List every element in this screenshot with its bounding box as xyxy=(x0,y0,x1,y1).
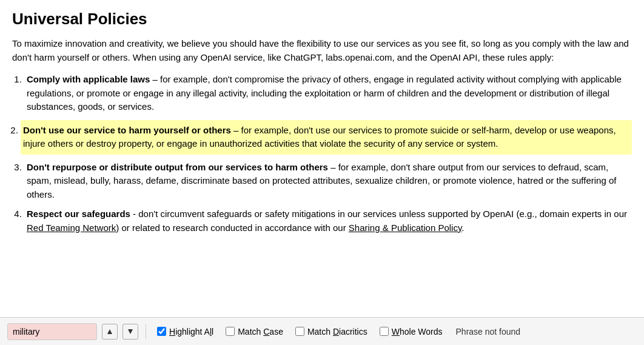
match-case-group[interactable]: Match Case xyxy=(226,327,283,337)
whole-words-group[interactable]: Whole Words xyxy=(380,327,443,337)
whole-words-label: Whole Words xyxy=(392,327,443,337)
content-area: Universal Policies To maximize innovatio… xyxy=(0,0,644,317)
list-item-separator: – xyxy=(231,125,241,135)
down-arrow-icon xyxy=(127,329,133,335)
list-item: Respect our safeguards - don't circumven… xyxy=(24,207,632,235)
search-input[interactable] xyxy=(7,323,97,340)
match-case-checkbox[interactable] xyxy=(226,327,235,336)
list-item: Comply with applicable laws – for exampl… xyxy=(24,73,632,114)
intro-paragraph: To maximize innovation and creativity, w… xyxy=(12,37,632,64)
sharing-policy-link[interactable]: Sharing & Publication Policy xyxy=(349,223,462,233)
match-diacritics-checkbox[interactable] xyxy=(295,327,304,336)
list-item: Don't repurpose or distribute output fro… xyxy=(24,161,632,202)
list-item-bold: Comply with applicable laws xyxy=(27,74,150,84)
list-item-end: . xyxy=(461,223,464,233)
list-item-separator: – xyxy=(150,74,160,84)
list-item: Don't use our service to harm yourself o… xyxy=(21,120,632,155)
whole-words-checkbox[interactable] xyxy=(380,327,389,336)
list-item-bold: Respect our safeguards xyxy=(27,209,130,219)
list-item-bold: Don't use our service to harm yourself o… xyxy=(23,125,231,135)
find-toolbar: Highlight All Match Case Match Diacritic… xyxy=(0,317,644,345)
match-diacritics-label: Match Diacritics xyxy=(307,327,367,337)
page-title: Universal Policies xyxy=(12,10,632,28)
svg-marker-1 xyxy=(128,329,133,334)
up-arrow-icon xyxy=(107,329,113,335)
policy-list: Comply with applicable laws – for exampl… xyxy=(24,73,632,235)
list-item-rest: don't circumvent safeguards or safety mi… xyxy=(138,209,627,219)
list-item-mid: or related to research conducted in acco… xyxy=(119,223,349,233)
search-status: Phrase not found xyxy=(456,327,521,337)
highlight-all-checkbox[interactable] xyxy=(157,327,166,336)
list-item-separator: – xyxy=(328,162,338,172)
svg-marker-0 xyxy=(107,329,112,334)
highlight-all-group[interactable]: Highlight All xyxy=(157,327,213,337)
red-teaming-link[interactable]: Red Teaming Network) xyxy=(27,223,119,233)
match-diacritics-group[interactable]: Match Diacritics xyxy=(295,327,367,337)
list-item-separator: - xyxy=(130,209,138,219)
prev-button[interactable] xyxy=(102,324,118,340)
match-case-label: Match Case xyxy=(238,327,283,337)
highlight-all-label: Highlight All xyxy=(169,327,213,337)
toolbar-divider xyxy=(146,324,146,339)
next-button[interactable] xyxy=(122,324,138,340)
list-item-bold: Don't repurpose or distribute output fro… xyxy=(27,162,328,172)
